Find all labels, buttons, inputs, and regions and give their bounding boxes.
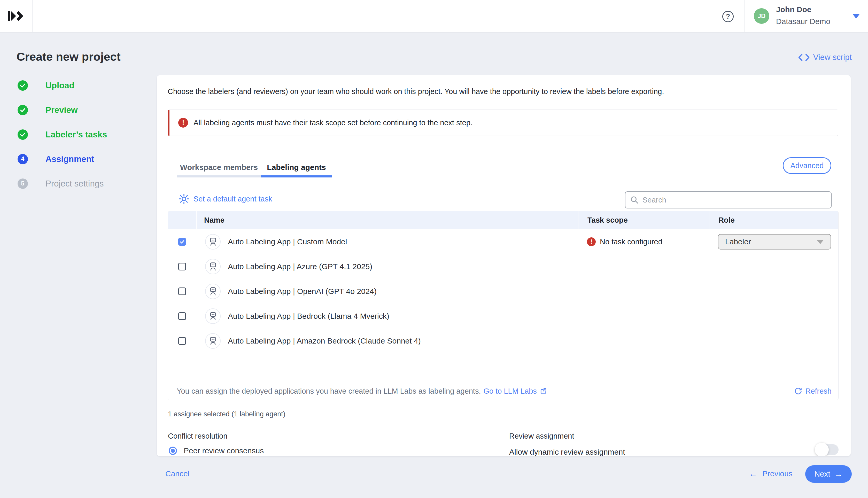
agent-name: Auto Labeling App | OpenAI (GPT 4o 2024) — [228, 287, 377, 296]
selection-summary: 1 assignee selected (1 labeling agent) — [168, 410, 286, 418]
agent-row: Auto Labeling App | Custom Model ! No ta… — [168, 230, 838, 254]
robot-avatar — [205, 234, 221, 250]
check-icon — [19, 131, 26, 138]
cancel-button[interactable]: Cancel — [165, 469, 189, 478]
agent-row: Auto Labeling App | Amazon Bedrock (Clau… — [168, 329, 838, 353]
dynamic-review-toggle[interactable] — [816, 444, 839, 455]
avatar: JD — [754, 8, 769, 24]
step-label: Upload — [45, 81, 75, 90]
user-name: John Doe — [776, 5, 812, 14]
refresh-icon — [794, 387, 802, 395]
row-checkbox[interactable] — [178, 263, 186, 271]
code-icon — [798, 53, 810, 62]
steps-list: 1 Upload 2 Preview 3 Labeler’s tasks 4 A… — [17, 73, 142, 196]
page-title: Create new project — [16, 50, 121, 64]
robot-avatar — [205, 309, 221, 324]
row-checkbox[interactable] — [178, 312, 186, 320]
next-button[interactable]: Next → — [805, 465, 852, 483]
gear-icon — [179, 194, 189, 204]
agent-name: Auto Labeling App | Custom Model — [228, 237, 347, 246]
error-icon: ! — [178, 118, 188, 128]
previous-button[interactable]: ← Previous — [749, 469, 792, 478]
robot-avatar — [205, 333, 221, 349]
agent-row: Auto Labeling App | Bedrock (Llama 4 Mve… — [168, 304, 838, 329]
robot-icon — [208, 336, 218, 346]
header-task-scope: Task scope — [578, 211, 709, 230]
create-project-page: ? JD John Doe Datasaur Demo Create new p… — [0, 0, 868, 498]
robot-icon — [208, 237, 218, 247]
advanced-button[interactable]: Advanced — [783, 157, 831, 174]
chevron-down-icon — [853, 14, 860, 18]
robot-avatar — [205, 259, 221, 274]
check-icon — [19, 82, 26, 89]
tabs: Workspace members Labeling agents — [177, 159, 332, 178]
row-checkbox[interactable] — [178, 337, 186, 345]
step-label: Labeler’s tasks — [45, 130, 107, 140]
table-body: Auto Labeling App | Custom Model ! No ta… — [168, 230, 838, 353]
datasaur-logo-icon — [8, 11, 24, 21]
search-box — [625, 192, 831, 208]
step-label: Project settings — [45, 179, 104, 188]
workspace-name: Datasaur Demo — [776, 17, 830, 26]
step-label: Preview — [45, 105, 78, 115]
table-footer: You can assign the deployed applications… — [168, 382, 838, 400]
external-link-icon — [539, 387, 547, 395]
step-preview[interactable]: 2 Preview — [17, 97, 142, 122]
chevron-down-icon — [817, 240, 824, 244]
robot-icon — [208, 311, 218, 321]
go-to-llm-labs-link[interactable]: Go to LLM Labs — [483, 387, 547, 395]
check-icon — [19, 107, 26, 113]
role-select[interactable]: Labeler — [718, 234, 831, 250]
step-status-icon: 4 — [17, 154, 28, 164]
view-script-link[interactable]: View script — [798, 53, 852, 62]
step-status-icon: 5 — [17, 179, 28, 189]
toggle-knob — [815, 443, 829, 456]
llm-labs-note: You can assign the deployed applications… — [177, 387, 481, 395]
check-icon — [180, 239, 185, 244]
refresh-button[interactable]: Refresh — [794, 387, 831, 395]
conflict-resolution-label: Conflict resolution — [168, 432, 227, 441]
arrow-left-icon: ← — [749, 470, 757, 478]
header-checkbox-column — [168, 211, 196, 230]
arrow-right-icon: → — [834, 470, 843, 478]
assignment-panel: Choose the labelers (and reviewers) on y… — [157, 75, 851, 456]
home-logo-button[interactable] — [0, 0, 32, 32]
search-input[interactable] — [643, 196, 826, 204]
step-label: Assignment — [45, 154, 94, 164]
header-name: Name — [196, 211, 578, 230]
no-task-error-icon: ! — [587, 237, 596, 246]
step-status-icon: 2 — [17, 105, 28, 115]
set-default-agent-task-link[interactable]: Set a default agent task — [179, 193, 272, 205]
header-role: Role — [709, 211, 839, 230]
agent-name: Auto Labeling App | Amazon Bedrock (Clau… — [228, 337, 421, 345]
radio-selected-icon — [169, 447, 177, 455]
robot-avatar — [205, 284, 221, 299]
peer-review-consensus-radio[interactable]: Peer review consensus — [169, 446, 264, 455]
agent-name: Auto Labeling App | Azure (GPT 4.1 2025) — [228, 262, 372, 271]
help-button[interactable]: ? — [722, 11, 734, 22]
robot-icon — [208, 262, 218, 272]
task-scope-text: No task configured — [600, 238, 662, 246]
question-mark-icon: ? — [726, 13, 730, 21]
step-assignment[interactable]: 4 Assignment — [17, 147, 142, 171]
top-bar: ? JD John Doe Datasaur Demo — [0, 0, 868, 32]
dynamic-review-label: Allow dynamic review assignment — [509, 448, 625, 456]
step-project-settings[interactable]: 5 Project settings — [17, 171, 142, 196]
tab-labeling-agents[interactable]: Labeling agents — [261, 159, 332, 175]
step-upload[interactable]: 1 Upload — [17, 73, 142, 97]
error-alert-text: All labeling agents must have their task… — [194, 119, 473, 127]
row-checkbox[interactable] — [178, 288, 186, 295]
step-status-icon: 3 — [17, 129, 28, 140]
agent-name: Auto Labeling App | Bedrock (Llama 4 Mve… — [228, 312, 389, 320]
robot-icon — [208, 287, 218, 296]
search-icon — [630, 196, 639, 204]
agents-table: Name Task scope Role — [168, 211, 839, 400]
panel-description: Choose the labelers (and reviewers) on y… — [168, 87, 664, 96]
agent-row: Auto Labeling App | Azure (GPT 4.1 2025) — [168, 254, 838, 279]
step-labeler-s-tasks[interactable]: 3 Labeler’s tasks — [17, 122, 142, 147]
tab-workspace-members[interactable]: Workspace members — [177, 159, 261, 175]
user-menu[interactable]: JD John Doe Datasaur Demo — [744, 0, 868, 32]
table-header: Name Task scope Role — [168, 211, 838, 230]
row-checkbox[interactable] — [178, 238, 186, 246]
error-alert: ! All labeling agents must have their ta… — [168, 109, 838, 136]
